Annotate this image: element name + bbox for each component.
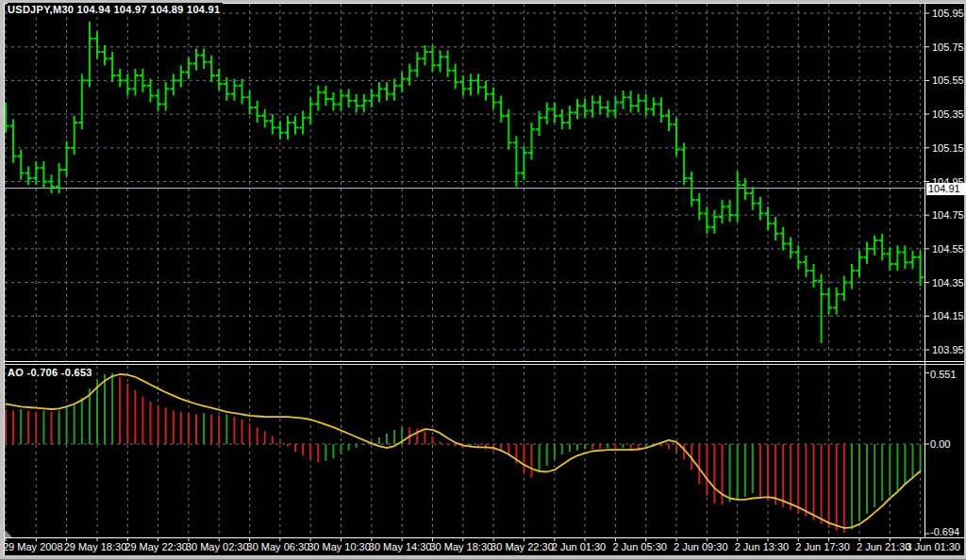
- time-tick-label: 2 Jun 05:30: [612, 541, 667, 552]
- price-tick-label: 104.35: [932, 277, 964, 288]
- time-tick-label: 30 May 18:30: [429, 541, 492, 552]
- window-frame-left: [0, 0, 4, 560]
- ao-plot-area[interactable]: [5, 365, 924, 537]
- time-tick-label: 2 Jun 17:30: [795, 541, 850, 552]
- time-tick-label: 2 Jun 09:30: [674, 541, 728, 552]
- price-tick-label: 105.15: [932, 142, 964, 154]
- price-tick-label: 103.95: [932, 344, 964, 355]
- time-tick-label: 30 May 22:30: [491, 541, 554, 552]
- time-tick-label: 30 May 06:30: [247, 541, 310, 552]
- indicator-label: AO -0.706 -0.653: [8, 366, 95, 379]
- main-plot-area[interactable]: [5, 4, 924, 361]
- time-tick-label: 29 May 22:30: [125, 541, 188, 552]
- price-tick-label: 105.95: [932, 8, 964, 19]
- ao-tick-label: -0.694: [930, 526, 959, 537]
- time-tick-label: 2 Jun 21:30: [857, 541, 911, 552]
- chart-canvas: 105.95105.75105.55105.35105.15104.95104.…: [0, 0, 966, 560]
- ao-tick-label: 0.00: [930, 438, 950, 450]
- ao-tick-label: 0.551: [930, 369, 957, 380]
- price-tick-label: 104.15: [932, 310, 964, 321]
- time-tick-label: 3 Jun 01:30: [907, 541, 961, 552]
- time-tick-label: 2 Jun 01:30: [552, 541, 607, 552]
- terminal-chart-window: 105.95105.75105.55105.35105.15104.95104.…: [0, 0, 966, 560]
- price-tick-label: 104.75: [932, 209, 964, 221]
- resize-grip-icon: [5, 530, 12, 537]
- time-tick-label: 29 May 2008: [3, 541, 63, 552]
- time-tick-label: 30 May 10:30: [308, 541, 371, 552]
- current-price-label: 104.91: [926, 183, 966, 195]
- price-tick-label: 104.55: [932, 243, 964, 255]
- price-tick-label: 105.55: [932, 74, 964, 86]
- time-tick-label: 2 Jun 13:30: [735, 541, 790, 552]
- time-tick-label: 30 May 14:30: [369, 541, 432, 552]
- time-tick-label: 30 May 02:30: [186, 541, 249, 552]
- price-tick-label: 105.35: [932, 108, 964, 120]
- price-tick-label: 105.75: [932, 41, 964, 53]
- chart-title: USDJPY,M30 104.94 104.97 104.89 104.91: [8, 3, 223, 16]
- time-tick-label: 29 May 18:30: [64, 541, 127, 552]
